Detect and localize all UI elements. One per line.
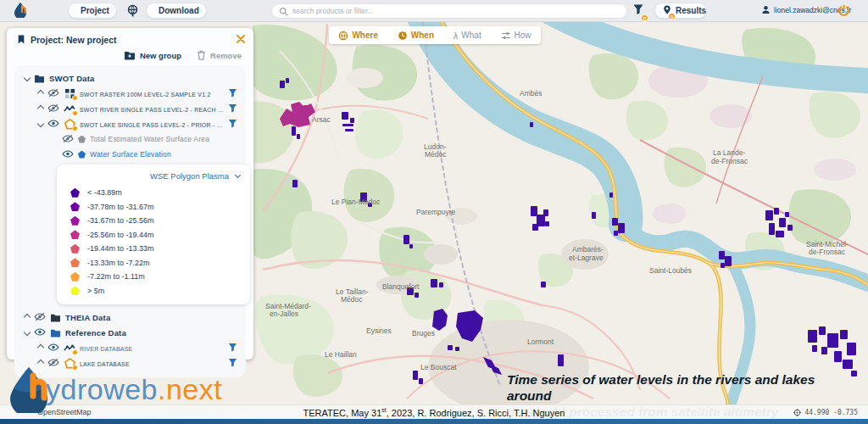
tree-item-label[interactable]: SWOT River Single Pass Level-2 - Reach -… xyxy=(80,104,224,114)
when-label: When xyxy=(411,31,434,40)
tree-group-label[interactable]: Reference Data xyxy=(65,328,237,338)
tree-attr-twsa[interactable]: Total Estimated Water Surface Area xyxy=(18,131,242,147)
pentagon-swatch xyxy=(70,258,80,267)
legend-style-selector[interactable]: WSE Polygon Plasma xyxy=(64,170,243,186)
chevron-down-icon[interactable] xyxy=(24,75,31,81)
eye-hidden-icon[interactable] xyxy=(62,134,74,145)
pentagon-swatch xyxy=(70,272,80,282)
when-button[interactable]: When xyxy=(398,31,434,41)
bookmark-icon xyxy=(17,34,25,45)
filter-icon[interactable] xyxy=(228,88,237,99)
hydroweb-next-logo: ydroweb.next xyxy=(5,365,222,413)
style-pentagon-icon[interactable] xyxy=(78,151,86,159)
crosshair-icon xyxy=(793,409,801,416)
chevron-down-icon[interactable] xyxy=(24,329,31,336)
download-button[interactable]: Download xyxy=(146,3,207,19)
how-button[interactable]: How xyxy=(501,31,531,40)
river-layer-icon xyxy=(64,103,75,114)
new-group-button[interactable]: New group xyxy=(124,50,181,60)
legend-entry: > 5m xyxy=(64,284,243,298)
cursor-coordinates: 44.990 -0.735 xyxy=(793,409,858,416)
count-badge xyxy=(72,110,78,116)
panel-title: Project: New project xyxy=(31,35,117,45)
eye-hidden-icon[interactable] xyxy=(34,312,46,323)
legend-entry: -25.56m to -19.44m xyxy=(64,228,243,243)
what-button[interactable]: λ What xyxy=(453,31,481,41)
legend-entry: -13.33m to -7.22m xyxy=(64,256,243,271)
folder-icon xyxy=(50,313,61,322)
legend-entry: -31.67m to -25.56m xyxy=(64,214,243,228)
how-label: How xyxy=(515,31,531,40)
eye-visible-icon[interactable] xyxy=(62,149,74,160)
project-button[interactable]: Project xyxy=(68,3,117,19)
tree-group-swot-data[interactable]: SWOT Data xyxy=(18,70,242,86)
legend-label: -25.56m to -19.44m xyxy=(87,231,154,239)
filter-icon[interactable] xyxy=(228,103,237,114)
globe-download-button[interactable] xyxy=(126,3,139,19)
bottom-strip xyxy=(0,419,868,424)
results-count-badge: 0 xyxy=(668,13,676,20)
tree-group-label[interactable]: SWOT Data xyxy=(49,74,237,83)
tree-item-swot-lake[interactable]: SWOT Lake Single Pass Level-2 - Prior - … xyxy=(18,116,242,131)
credit-text: , 2023, R. Rodriguez, S. Ricci, T.H. Ngu… xyxy=(387,408,565,418)
filter-button[interactable]: 0 xyxy=(632,3,644,19)
eye-visible-icon[interactable] xyxy=(47,343,59,354)
eye-hidden-icon[interactable] xyxy=(47,103,59,114)
panel-actions: New group Remove xyxy=(7,47,253,65)
legend-label: -37.78m to -31.67m xyxy=(87,203,154,211)
filter-icon[interactable] xyxy=(228,119,237,130)
close-icon[interactable] xyxy=(236,35,245,45)
chevron-up-icon[interactable] xyxy=(37,105,44,112)
map-toolbar: Where When λ What How xyxy=(329,26,541,44)
tree-group-theia-data[interactable]: THEIA Data xyxy=(18,310,242,325)
pentagon-swatch xyxy=(70,230,80,239)
hydroweb-logo-icon xyxy=(11,2,30,18)
pentagon-swatch xyxy=(70,202,80,211)
logout-button[interactable] xyxy=(837,3,850,19)
attribute-label[interactable]: Water Surface Elevation xyxy=(90,150,237,159)
logo-wordmark: ydroweb.next xyxy=(46,373,222,406)
chevron-up-icon[interactable] xyxy=(37,90,44,97)
attribute-label[interactable]: Total Estimated Water Surface Area xyxy=(90,135,237,143)
legend-label: -19.44m to -13.33m xyxy=(87,244,154,253)
chevron-down-icon[interactable] xyxy=(37,120,44,127)
coordinates-value: 44.990 -0.735 xyxy=(804,409,858,416)
tree-group-label[interactable]: THEIA Data xyxy=(65,313,237,322)
style-pentagon-icon[interactable] xyxy=(78,136,86,143)
chevron-up-icon[interactable] xyxy=(37,344,44,351)
search-input[interactable] xyxy=(292,7,620,15)
search-bar[interactable] xyxy=(271,3,627,19)
what-label: What xyxy=(461,31,481,40)
where-button[interactable]: Where xyxy=(338,31,378,41)
remove-button[interactable]: Remove xyxy=(197,50,242,60)
legend-label: -13.33m to -7.22m xyxy=(87,259,150,267)
eye-visible-icon[interactable] xyxy=(34,327,46,338)
eye-visible-icon[interactable] xyxy=(47,119,59,130)
remove-label: Remove xyxy=(210,51,242,60)
filter-icon[interactable] xyxy=(228,358,237,369)
legend-entries: < -43.89m-37.78m to -31.67m-31.67m to -2… xyxy=(64,186,243,298)
chevron-down-icon xyxy=(235,172,241,178)
logo-text-blue: ydroweb xyxy=(46,373,158,405)
legend-entry: -37.78m to -31.67m xyxy=(64,200,243,215)
new-group-label: New group xyxy=(140,51,181,60)
tree-item-river-database[interactable]: River Database xyxy=(18,340,242,355)
chevron-up-icon[interactable] xyxy=(24,314,31,321)
eye-hidden-icon[interactable] xyxy=(47,88,59,99)
tree-group-reference-data[interactable]: Reference Data xyxy=(18,325,242,340)
results-button[interactable]: 0 Results xyxy=(654,3,707,19)
tree-item-label[interactable]: River Database xyxy=(80,343,224,353)
tree-item-swot-river[interactable]: SWOT River Single Pass Level-2 - Reach -… xyxy=(18,101,242,116)
river-layer-icon xyxy=(64,342,75,354)
pentagon-swatch xyxy=(70,188,80,198)
filter-icon[interactable] xyxy=(228,343,237,354)
new-folder-icon xyxy=(124,50,136,60)
tree-item-label[interactable]: SWOT Lake Single Pass Level-2 - Prior - … xyxy=(80,120,224,129)
legend-card: WSE Polygon Plasma < -43.89m-37.78m to -… xyxy=(57,165,250,304)
tree-item-label[interactable]: SWOT Raster 100m Level-2 Sample V1.2 xyxy=(80,89,224,98)
count-badge xyxy=(72,95,78,101)
globe-download-icon xyxy=(126,4,139,18)
tree-item-swot-raster[interactable]: SWOT Raster 100m Level-2 Sample V1.2 xyxy=(18,86,242,101)
folder-icon xyxy=(34,74,45,83)
tree-attr-wse[interactable]: Water Surface Elevation xyxy=(18,147,242,162)
